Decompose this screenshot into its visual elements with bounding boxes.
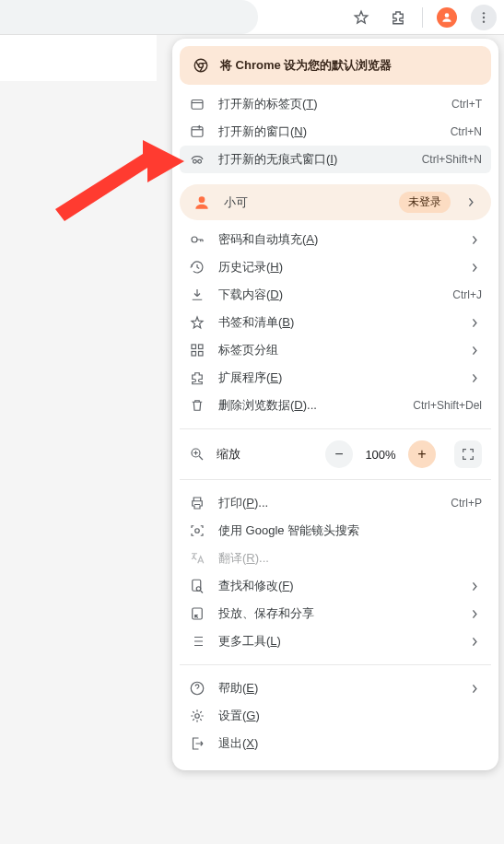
trash-icon <box>189 397 205 414</box>
zoom-out-button[interactable]: − <box>325 440 353 468</box>
menu-incognito[interactable]: 打开新的无痕式窗口(I) Ctrl+Shift+N <box>180 146 491 173</box>
menu-label: 打开新的无痕式窗口(I) <box>218 151 409 168</box>
chevron-right-icon <box>463 197 478 207</box>
svg-rect-7 <box>192 100 203 110</box>
menu-new-window[interactable]: 打开新的窗口(N) Ctrl+N <box>180 118 491 146</box>
fullscreen-button[interactable] <box>454 440 482 468</box>
shortcut-text: Ctrl+Shift+Del <box>413 399 482 412</box>
more-menu-button[interactable] <box>471 5 497 30</box>
menu-downloads[interactable]: 下载内容(D) Ctrl+J <box>180 281 491 309</box>
svg-point-10 <box>198 159 202 163</box>
chevron-right-icon <box>467 346 482 356</box>
menu-bookmarks[interactable]: 书签和清单(B) <box>180 309 491 336</box>
zoom-in-button[interactable]: + <box>408 440 436 468</box>
bookmark-star-icon[interactable] <box>348 5 374 30</box>
divider <box>180 428 491 429</box>
menu-tab-groups[interactable]: 标签页分组 <box>180 336 491 364</box>
profile-icon <box>193 193 211 212</box>
shortcut-text: Ctrl+T <box>451 98 482 111</box>
exit-icon <box>189 735 205 752</box>
extensions-icon[interactable] <box>385 5 411 30</box>
svg-point-21 <box>196 587 201 592</box>
lens-icon <box>189 522 205 539</box>
svg-point-1 <box>445 13 450 18</box>
chevron-right-icon <box>467 263 482 273</box>
grid-icon <box>189 342 205 358</box>
divider <box>422 7 423 28</box>
svg-point-3 <box>483 16 485 18</box>
key-icon <box>189 231 205 248</box>
menu-lens[interactable]: 使用 Google 智能镜头搜索 <box>180 517 491 545</box>
menu-label: 标签页分组 <box>218 342 454 358</box>
chevron-right-icon <box>467 235 482 245</box>
profile-avatar-button[interactable] <box>434 5 460 30</box>
menu-label: 设置(G) <box>218 708 482 724</box>
profile-name: 小可 <box>224 194 386 211</box>
svg-point-12 <box>192 237 197 242</box>
menu-label: 更多工具(L) <box>218 633 454 650</box>
default-browser-banner[interactable]: 将 Chrome 设为您的默认浏览器 <box>180 46 491 85</box>
svg-rect-14 <box>192 345 196 349</box>
chevron-right-icon <box>467 318 482 328</box>
chevron-right-icon <box>467 581 482 592</box>
menu-exit[interactable]: 退出(X) <box>180 730 491 757</box>
puzzle-icon <box>189 369 205 386</box>
annotation-arrow <box>28 120 184 230</box>
svg-marker-25 <box>55 140 184 221</box>
login-status-badge: 未登录 <box>399 192 451 213</box>
help-icon <box>189 680 205 697</box>
zoom-label: 缩放 <box>217 446 314 463</box>
svg-marker-0 <box>355 11 368 23</box>
banner-text: 将 Chrome 设为您的默认浏览器 <box>220 57 392 74</box>
chevron-right-icon <box>467 637 482 647</box>
menu-label: 历史记录(H) <box>218 259 454 275</box>
incognito-icon <box>189 151 205 168</box>
download-icon <box>189 287 205 303</box>
page-content-strip <box>0 35 157 81</box>
menu-label: 书签和清单(B) <box>218 314 454 331</box>
menu-find[interactable]: 查找和修改(F) <box>180 572 491 600</box>
menu-label: 查找和修改(F) <box>218 578 454 594</box>
shortcut-text: Ctrl+P <box>451 497 482 510</box>
new-tab-icon <box>189 96 205 112</box>
svg-point-4 <box>483 20 485 22</box>
svg-point-11 <box>199 196 205 203</box>
shortcut-text: Ctrl+J <box>452 288 482 301</box>
menu-new-tab[interactable]: 打开新的标签页(T) Ctrl+T <box>180 90 491 118</box>
search-doc-icon <box>189 578 205 594</box>
print-icon <box>189 495 205 511</box>
menu-label: 投放、保存和分享 <box>218 605 454 622</box>
menu-history[interactable]: 历史记录(H) <box>180 253 491 281</box>
menu-extensions[interactable]: 扩展程序(E) <box>180 364 491 392</box>
menu-print[interactable]: 打印(P)... Ctrl+P <box>180 489 491 517</box>
svg-point-9 <box>193 159 197 163</box>
menu-cast[interactable]: 投放、保存和分享 <box>180 600 491 627</box>
menu-settings[interactable]: 设置(G) <box>180 702 491 730</box>
chrome-main-menu: 将 Chrome 设为您的默认浏览器 打开新的标签页(T) Ctrl+T 打开新… <box>172 39 498 770</box>
zoom-value: 100% <box>360 448 401 462</box>
gear-icon <box>189 708 205 724</box>
translate-icon <box>189 550 205 567</box>
browser-topbar <box>0 0 504 35</box>
divider <box>180 479 491 480</box>
menu-help[interactable]: 帮助(E) <box>180 674 491 702</box>
chevron-right-icon <box>467 684 482 694</box>
menu-more-tools[interactable]: 更多工具(L) <box>180 627 491 655</box>
svg-point-24 <box>195 714 200 719</box>
svg-rect-17 <box>199 352 204 357</box>
svg-point-2 <box>483 12 485 14</box>
divider <box>180 664 491 665</box>
chevron-right-icon <box>467 609 482 619</box>
menu-label: 帮助(E) <box>218 680 454 697</box>
menu-clear-data[interactable]: 删除浏览数据(D)... Ctrl+Shift+Del <box>180 392 491 419</box>
profile-row[interactable]: 小可 未登录 <box>180 184 491 220</box>
menu-label: 退出(X) <box>218 735 482 752</box>
chrome-icon <box>193 57 209 74</box>
zoom-row: 缩放 − 100% + <box>180 433 491 475</box>
menu-passwords[interactable]: 密码和自动填充(A) <box>180 226 491 253</box>
cast-icon <box>189 605 205 622</box>
menu-label: 扩展程序(E) <box>218 369 454 386</box>
omnibox-area <box>0 0 258 34</box>
svg-rect-16 <box>192 352 196 357</box>
chevron-right-icon <box>467 373 482 383</box>
